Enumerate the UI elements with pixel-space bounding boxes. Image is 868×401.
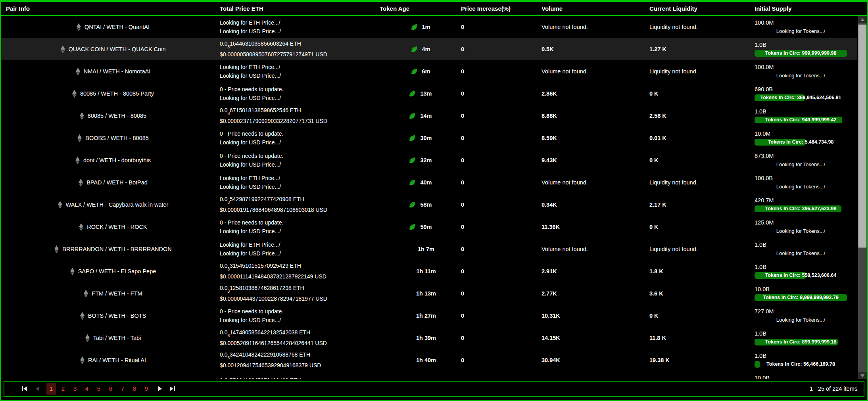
column-header-current-liquidity[interactable]: Current Liquidity (649, 5, 755, 12)
token-age-cell: 1h 40m (380, 349, 461, 371)
supply-detail: Tokens In Circ: 56,466,169.78 (755, 361, 847, 368)
tokens-in-circ-label: Tokens In Circ: 5,484,734.98 (755, 139, 847, 146)
supply-detail: Tokens In Circ: 999,999,999.98 (755, 50, 847, 57)
column-header-pair-info[interactable]: Pair Info (1, 5, 220, 12)
scrollbar-track[interactable] (858, 23, 867, 372)
table-row[interactable]: BRRRRANDON / WETH - BRRRRANDON Looking f… (1, 238, 857, 260)
previous-page-icon[interactable] (36, 386, 39, 391)
last-page-icon[interactable] (170, 386, 175, 391)
price-increase-cell: 0 (461, 194, 542, 216)
scroll-up-icon[interactable] (858, 16, 867, 23)
supply-detail: Looking for Tokens.../ (755, 28, 847, 35)
table-row[interactable]: FTM / WETH - FTM 0.081258103867462861729… (1, 282, 857, 305)
ethereum-icon (79, 112, 84, 120)
initial-supply-value: 727.0M (755, 308, 857, 315)
initial-supply-cell: 100.0M Looking for Tokens.../ (755, 16, 857, 38)
liquidity-cell: 1.27 K (649, 38, 755, 60)
first-page-icon[interactable] (22, 386, 27, 391)
pagination-bar: 123456789 1 - 25 of 224 items (4, 381, 864, 397)
table-row[interactable]: QNTAI / WETH - QuantAI Looking for ETH P… (1, 16, 857, 38)
looking-for-tokens-label: Looking for Tokens.../ (755, 228, 847, 234)
pair-info-cell: WALX / WETH - Capybara walx in water (1, 194, 220, 216)
initial-supply-cell: 1.0B Tokens In Circ: 558,523,606.64 (755, 260, 857, 282)
price-increase-cell: 0 (461, 238, 542, 260)
table-row[interactable]: BPAD / WETH - BotPad Looking for ETH Pri… (1, 171, 857, 194)
table-row[interactable]: 80085 / WETH - 80085 0.08671501813859865… (1, 105, 857, 127)
initial-supply-cell: 873.0M Looking for Tokens.../ (755, 149, 857, 171)
table-row[interactable]: 0.045502412047073400463 ETH 10.0B (1, 371, 857, 379)
table-row[interactable]: BOTS / WETH - BOTS 0 - Price needs to up… (1, 305, 857, 327)
liquidity-cell: Liquidity not found. (649, 238, 755, 260)
table-row[interactable]: 80085 / WETH - 80085 Party 0 - Price nee… (1, 83, 857, 105)
liquidity-cell: 2.17 K (649, 194, 755, 216)
pair-info-cell: ROCK / WETH - ROCK (1, 216, 220, 238)
usd-price: Looking for USD Price.../ (220, 317, 380, 324)
table-row[interactable]: RAI / WETH - Ritual AI 0.063424104824222… (1, 349, 857, 371)
table-body: QNTAI / WETH - QuantAI Looking for ETH P… (1, 16, 857, 379)
price-increase-cell: 0 (461, 282, 542, 305)
table-row[interactable]: SAPO / WETH - El Sapo Pepe 0.08315451015… (1, 260, 857, 282)
table-row[interactable]: Tabi / WETH - Tabi 0.0614748058564221325… (1, 327, 857, 349)
ethereum-icon (80, 356, 85, 365)
pair-info-cell: NMAI / WETH - NomotaAI (1, 60, 220, 83)
liquidity-cell: 0.01 K (649, 127, 755, 149)
table-row[interactable]: BOOBS / WETH - 80085 0 - Price needs to … (1, 127, 857, 149)
page-button-7[interactable]: 7 (118, 383, 127, 395)
leaf-icon (405, 313, 413, 319)
vertical-scrollbar[interactable] (858, 16, 867, 379)
ethereum-icon (75, 156, 80, 165)
volume-cell: Volume not found. (542, 238, 649, 260)
supply-detail: Looking for Tokens.../ (755, 317, 847, 323)
next-page-icon[interactable] (158, 386, 162, 391)
initial-supply-cell: 100.0M Looking for Tokens.../ (755, 60, 857, 83)
column-header-price-increase[interactable]: Price Increase(%) (461, 5, 542, 12)
leaf-icon (406, 246, 415, 253)
scrollbar-thumb[interactable] (858, 25, 866, 248)
supply-detail: Looking for Tokens.../ (755, 228, 847, 234)
token-age-cell: 32m (380, 149, 461, 171)
initial-supply-value: 1.0B (755, 108, 857, 115)
initial-supply-cell: 1.0B Tokens In Circ: 999,999,999.98 (755, 38, 857, 60)
leaf-icon (405, 357, 413, 364)
table-header: Pair Info Total Price ETH Token Age Pric… (1, 2, 867, 16)
column-header-total-price-eth[interactable]: Total Price ETH (220, 5, 380, 12)
ethereum-icon (78, 178, 83, 187)
initial-supply-value: 690.0B (755, 86, 857, 92)
table-row[interactable]: WALX / WETH - Capybara walx in water 0.0… (1, 194, 857, 216)
page-button-8[interactable]: 8 (130, 383, 139, 395)
column-header-token-age[interactable]: Token Age (380, 5, 461, 12)
page-button-6[interactable]: 6 (106, 383, 115, 395)
price-increase-cell: 0 (461, 327, 542, 349)
token-age-cell: 1h 27m (380, 305, 461, 327)
price-increase-cell: 0 (461, 83, 542, 105)
page-button-5[interactable]: 5 (94, 383, 104, 395)
initial-supply-value: 1.0B (755, 330, 857, 337)
ethereum-icon (58, 201, 63, 209)
eth-price: 0.081644631035856603264 ETH (220, 40, 380, 49)
page-button-3[interactable]: 3 (70, 383, 80, 395)
token-age-value: 1h 27m (416, 313, 436, 319)
token-age-cell: 1h 11m (380, 260, 461, 282)
column-header-initial-supply[interactable]: Initial Supply (755, 5, 857, 12)
page-button-4[interactable]: 4 (82, 383, 92, 395)
token-age-value: 1m (422, 24, 430, 30)
table-row[interactable]: ROCK / WETH - ROCK 0 - Price needs to up… (1, 216, 857, 238)
initial-supply-cell: 1.0B Tokens In Circ: 899,999,999.18 (755, 327, 857, 349)
scroll-down-icon[interactable] (858, 372, 867, 379)
table-row[interactable]: dont / WETH - dontbuythis 0 - Price need… (1, 149, 857, 171)
price-increase-cell: 0 (461, 260, 542, 282)
usd-price: Looking for USD Price.../ (220, 73, 380, 79)
token-age-cell: 14m (380, 105, 461, 127)
liquidity-cell: Liquidity not found. (649, 60, 755, 83)
page-button-9[interactable]: 9 (142, 383, 151, 395)
column-header-volume[interactable]: Volume (542, 5, 649, 12)
page-button-1[interactable]: 1 (46, 383, 56, 395)
supply-detail: Tokens In Circ: 949,999,999.42 (755, 117, 847, 123)
table-row[interactable]: NMAI / WETH - NomotaAI Looking for ETH P… (1, 60, 857, 83)
token-age-value: 14m (420, 113, 432, 119)
page-button-2[interactable]: 2 (58, 383, 68, 395)
table-row[interactable]: QUACK COIN / WETH - QUACK Coin 0.0816446… (1, 38, 857, 60)
ethereum-icon (85, 334, 90, 342)
initial-supply-cell: 10.0B Tokens In Circ: 9,999,999,992.79 (755, 282, 857, 305)
leaf-icon (409, 90, 417, 97)
